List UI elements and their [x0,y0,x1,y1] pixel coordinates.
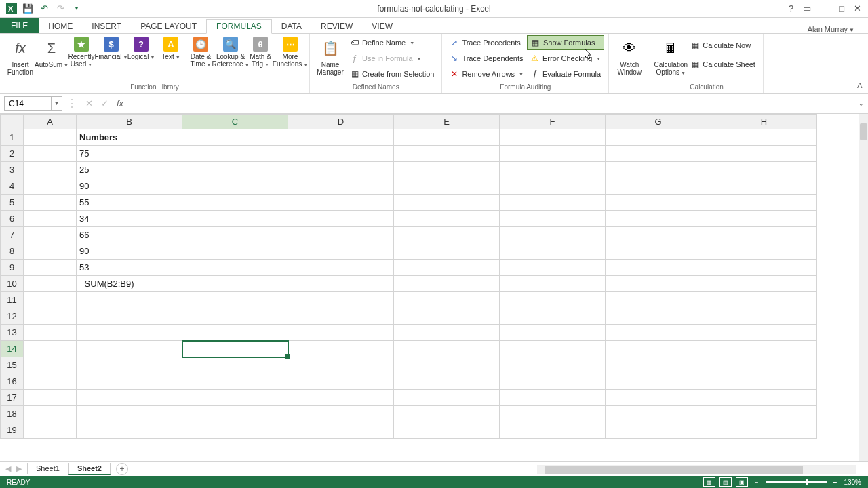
cell-A15[interactable] [24,357,77,373]
cell-C11[interactable] [182,292,288,308]
cell-A19[interactable] [24,422,77,439]
cell-G16[interactable] [606,373,711,390]
cell-G15[interactable] [606,357,711,373]
cell-A6[interactable] [24,211,77,227]
trace-precedents-button[interactable]: ↗Trace Precedents [446,35,527,50]
cell-F5[interactable] [500,195,606,211]
cell-A1[interactable] [24,129,77,146]
cell-C8[interactable] [182,243,288,260]
cell-D3[interactable] [288,162,394,178]
cell-B14[interactable] [77,341,182,357]
calculate-now-button[interactable]: ▦Calculate Now [687,38,759,53]
create-from-selection-button[interactable]: ▦Create from Selection [347,66,437,81]
vertical-scrollbar[interactable] [859,114,868,461]
row-header-7[interactable]: 7 [1,227,24,243]
cell-F18[interactable] [500,406,606,422]
cell-H12[interactable] [711,308,817,325]
cell-G13[interactable] [606,325,711,341]
cell-C14[interactable] [182,341,288,357]
cell-F11[interactable] [500,292,606,308]
cell-G18[interactable] [606,406,711,422]
cell-E5[interactable] [394,195,500,211]
cell-F8[interactable] [500,243,606,260]
cell-B6[interactable]: 34 [77,211,182,227]
column-header-A[interactable]: A [24,115,77,129]
cell-B17[interactable] [77,390,182,406]
cell-E14[interactable] [394,341,500,357]
ribbon-display-icon[interactable]: ▭ [803,3,811,14]
cell-E3[interactable] [394,162,500,178]
help-icon[interactable]: ? [789,3,793,14]
cell-H5[interactable] [711,195,817,211]
cell-C13[interactable] [182,325,288,341]
name-box[interactable]: C14 ▼ [4,96,62,111]
cell-A3[interactable] [24,162,77,178]
cell-H7[interactable] [711,227,817,243]
cell-E7[interactable] [394,227,500,243]
row-header-11[interactable]: 11 [1,292,24,308]
row-header-13[interactable]: 13 [1,325,24,341]
cell-B10[interactable]: =SUM(B2:B9) [77,276,182,292]
cell-D8[interactable] [288,243,394,260]
recently-used-button[interactable]: ★ Recently Used▼ [66,35,96,68]
save-icon[interactable]: 💾 [22,3,34,15]
cell-D12[interactable] [288,308,394,325]
fill-handle[interactable] [285,354,290,359]
cell-B18[interactable] [77,406,182,422]
cell-F14[interactable] [500,341,606,357]
cell-C2[interactable] [182,146,288,162]
cell-E10[interactable] [394,276,500,292]
cell-G5[interactable] [606,195,711,211]
cell-F12[interactable] [500,308,606,325]
column-header-C[interactable]: C [182,115,288,129]
cell-F19[interactable] [500,422,606,439]
evaluate-formula-button[interactable]: ƒEvaluate Formula [527,66,604,81]
row-header-12[interactable]: 12 [1,308,24,325]
cell-C5[interactable] [182,195,288,211]
column-header-H[interactable]: H [711,115,817,129]
cell-B19[interactable] [77,422,182,439]
cell-A18[interactable] [24,406,77,422]
column-header-E[interactable]: E [394,115,500,129]
cell-F1[interactable] [500,129,606,146]
cell-F3[interactable] [500,162,606,178]
cell-F13[interactable] [500,325,606,341]
cell-D2[interactable] [288,146,394,162]
define-name-button[interactable]: 🏷Define Name▼ [347,35,437,50]
row-header-1[interactable]: 1 [1,129,24,146]
row-header-8[interactable]: 8 [1,243,24,260]
cell-G10[interactable] [606,276,711,292]
date-time-button[interactable]: 🕒 Date & Time▼ [186,35,216,68]
cell-D6[interactable] [288,211,394,227]
cell-G4[interactable] [606,178,711,195]
cell-G8[interactable] [606,243,711,260]
sheet-tab-2[interactable]: Sheet2 [68,463,111,475]
cell-G7[interactable] [606,227,711,243]
cell-D7[interactable] [288,227,394,243]
column-header-D[interactable]: D [288,115,394,129]
autosum-button[interactable]: Σ AutoSum▼ [37,35,66,69]
cell-B9[interactable]: 53 [77,260,182,276]
zoom-level[interactable]: 130% [844,479,861,486]
cell-E16[interactable] [394,373,500,390]
cell-D18[interactable] [288,406,394,422]
cell-D15[interactable] [288,357,394,373]
cell-A2[interactable] [24,146,77,162]
cell-G9[interactable] [606,260,711,276]
cell-H4[interactable] [711,178,817,195]
row-header-10[interactable]: 10 [1,276,24,292]
cell-C16[interactable] [182,373,288,390]
cell-F4[interactable] [500,178,606,195]
cell-F15[interactable] [500,357,606,373]
cell-H2[interactable] [711,146,817,162]
cell-F10[interactable] [500,276,606,292]
cell-G6[interactable] [606,211,711,227]
cell-C3[interactable] [182,162,288,178]
cell-H16[interactable] [711,373,817,390]
cell-H19[interactable] [711,422,817,439]
cell-H3[interactable] [711,162,817,178]
zoom-in-icon[interactable]: + [833,479,837,486]
cell-F17[interactable] [500,390,606,406]
tab-home[interactable]: HOME [39,20,82,33]
cell-A7[interactable] [24,227,77,243]
